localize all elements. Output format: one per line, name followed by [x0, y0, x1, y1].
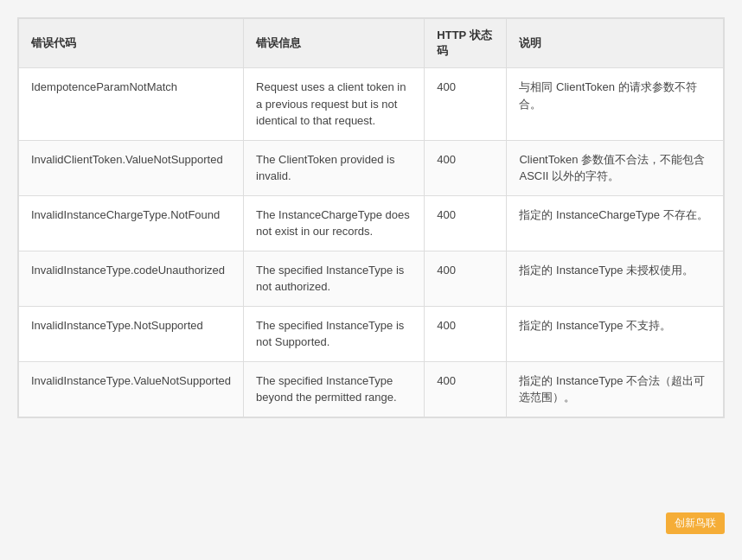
- table-row: InvalidInstanceType.codeUnauthorizedThe …: [19, 251, 724, 306]
- cell-http: 400: [425, 361, 507, 417]
- cell-code: InvalidInstanceChargeType.NotFound: [19, 195, 244, 251]
- cell-desc: 指定的 InstanceChargeType 不存在。: [507, 195, 724, 251]
- cell-http: 400: [425, 195, 507, 251]
- table-row: InvalidInstanceType.NotSupportedThe spec…: [19, 306, 724, 361]
- cell-desc: 指定的 InstanceType 不支持。: [507, 306, 724, 361]
- cell-code: InvalidClientToken.ValueNotSupported: [19, 140, 244, 195]
- table-row: InvalidInstanceType.ValueNotSupportedThe…: [19, 361, 724, 417]
- cell-desc: 指定的 InstanceType 未授权使用。: [507, 251, 724, 306]
- cell-info: The specified InstanceType beyond the pe…: [244, 361, 425, 417]
- cell-http: 400: [425, 140, 507, 195]
- header-http: HTTP 状态码: [425, 19, 507, 68]
- table-row: InvalidClientToken.ValueNotSupportedThe …: [19, 140, 724, 195]
- header-code: 错误代码: [19, 19, 244, 68]
- watermark: 创新鸟联: [666, 512, 725, 534]
- cell-desc: 与相同 ClientToken 的请求参数不符合。: [507, 68, 724, 141]
- table-row: IdempotenceParamNotMatchRequest uses a c…: [19, 68, 724, 141]
- error-table-container: 错误代码 错误信息 HTTP 状态码 说明 IdempotenceParamNo…: [17, 17, 725, 418]
- cell-info: The specified InstanceType is not author…: [244, 251, 425, 306]
- cell-code: IdempotenceParamNotMatch: [19, 68, 244, 141]
- cell-code: InvalidInstanceType.ValueNotSupported: [19, 361, 244, 417]
- cell-info: Request uses a client token in a previou…: [244, 68, 425, 141]
- header-info: 错误信息: [244, 19, 425, 68]
- cell-code: InvalidInstanceType.NotSupported: [19, 306, 244, 361]
- cell-info: The ClientToken provided is invalid.: [244, 140, 425, 195]
- cell-info: The specified InstanceType is not Suppor…: [244, 306, 425, 361]
- cell-http: 400: [425, 251, 507, 306]
- cell-http: 400: [425, 306, 507, 361]
- cell-code: InvalidInstanceType.codeUnauthorized: [19, 251, 244, 306]
- cell-desc: 指定的 InstanceType 不合法（超出可选范围）。: [507, 361, 724, 417]
- table-header-row: 错误代码 错误信息 HTTP 状态码 说明: [19, 19, 724, 68]
- cell-http: 400: [425, 68, 507, 141]
- header-desc: 说明: [507, 19, 724, 68]
- error-table: 错误代码 错误信息 HTTP 状态码 说明 IdempotenceParamNo…: [18, 18, 724, 417]
- table-row: InvalidInstanceChargeType.NotFoundThe In…: [19, 195, 724, 251]
- cell-info: The InstanceChargeType does not exist in…: [244, 195, 425, 251]
- cell-desc: ClientToken 参数值不合法，不能包含 ASCII 以外的字符。: [507, 140, 724, 195]
